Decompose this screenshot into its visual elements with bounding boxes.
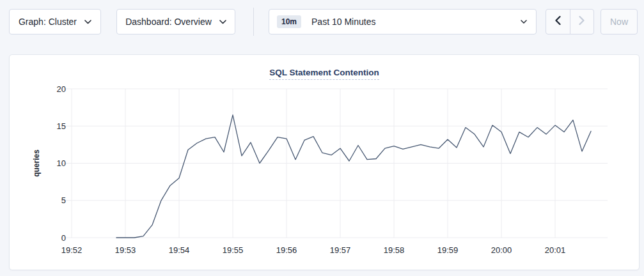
svg-text:19:56: 19:56 <box>276 245 297 255</box>
svg-text:10: 10 <box>57 158 66 168</box>
svg-text:19:52: 19:52 <box>61 245 82 255</box>
graph-scope-dropdown[interactable]: Graph: Cluster <box>9 9 101 34</box>
svg-text:queries: queries <box>32 150 41 177</box>
svg-text:19:55: 19:55 <box>223 245 244 255</box>
metrics-toolbar: Graph: Cluster Dashboard: Overview 10m P… <box>0 0 644 45</box>
graph-scope-dropdown-label: Graph: Cluster <box>19 17 77 27</box>
chevron-down-icon <box>84 20 91 24</box>
svg-text:19:53: 19:53 <box>115 245 136 255</box>
time-range-badge: 10m <box>277 15 301 28</box>
svg-text:19:58: 19:58 <box>384 245 405 255</box>
next-time-window-button[interactable] <box>570 10 594 34</box>
svg-text:15: 15 <box>57 121 66 131</box>
time-range-dropdown[interactable]: 10m Past 10 Minutes <box>269 9 537 34</box>
chevron-down-icon <box>521 20 527 24</box>
svg-text:19:57: 19:57 <box>330 245 351 255</box>
svg-text:19:59: 19:59 <box>437 245 459 255</box>
now-button-label: Now <box>610 17 628 27</box>
dashboard-dropdown[interactable]: Dashboard: Overview <box>116 9 235 34</box>
svg-text:20:01: 20:01 <box>545 245 566 255</box>
svg-text:5: 5 <box>61 195 66 205</box>
toolbar-divider <box>253 8 254 36</box>
chevron-right-icon <box>579 16 585 27</box>
svg-text:20: 20 <box>57 84 66 94</box>
dashboard-dropdown-label: Dashboard: Overview <box>125 17 212 27</box>
time-range-label: Past 10 Minutes <box>311 17 375 27</box>
time-window-arrows <box>546 9 594 34</box>
chevron-left-icon <box>555 16 561 27</box>
previous-time-window-button[interactable] <box>546 10 570 34</box>
svg-text:0: 0 <box>61 233 66 243</box>
chart-card: SQL Statement Contention 0510152019:5219… <box>9 54 640 270</box>
chevron-down-icon <box>219 20 226 24</box>
now-button[interactable]: Now <box>601 9 638 34</box>
svg-text:19:54: 19:54 <box>169 245 190 255</box>
svg-text:20:00: 20:00 <box>491 245 512 255</box>
sql-contention-line-chart[interactable]: 0510152019:5219:5319:5419:5519:5619:5719… <box>10 55 640 271</box>
